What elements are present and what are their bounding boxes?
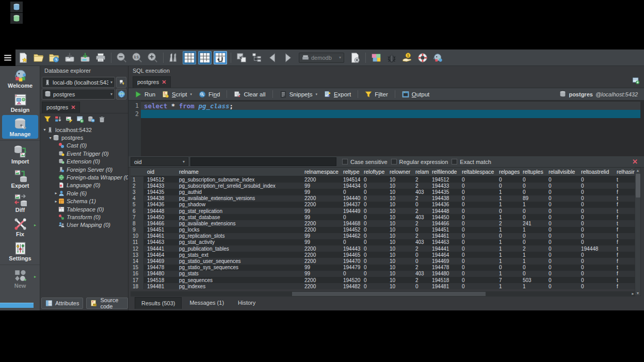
checkbox-box[interactable]	[342, 159, 348, 164]
cell-reltype[interactable]: 0	[340, 214, 361, 220]
cell-relnamespace[interactable]: 2200	[301, 220, 340, 226]
zoom-100-button[interactable]: 1:1	[131, 51, 144, 64]
cell-relam[interactable]: 2	[412, 265, 429, 271]
editor-line-1[interactable]: 1select * from pg_class;	[128, 102, 644, 110]
cell-relfilenode[interactable]: 194450	[429, 214, 459, 220]
cell-relfilenode[interactable]: 194448	[429, 208, 459, 214]
cell-relname[interactable]: pg_available_extension_versions	[176, 195, 301, 202]
tree-item-localhost-5432[interactable]: ▾localhost:5432	[40, 126, 128, 134]
cell-reltoastrelid[interactable]: 194448	[578, 245, 614, 252]
cell-relam[interactable]: 403	[412, 271, 429, 277]
cell-reltuples[interactable]: 1	[520, 227, 545, 233]
filter-column-select[interactable]: oid ▾	[131, 157, 188, 166]
cell-relpages[interactable]: 1	[496, 214, 520, 220]
cell-relhasin[interactable]: t	[614, 233, 635, 239]
grid-header-relfilenode[interactable]: relfilenode	[429, 168, 459, 176]
cell-reloftype[interactable]: 0	[361, 214, 387, 220]
scroll-down-icon[interactable]: ▼	[635, 291, 640, 295]
table-row[interactable]: 12194441pg_publication_tables22001944430…	[131, 245, 635, 252]
cell-reloftype[interactable]: 0	[361, 220, 387, 226]
tree-item-transform-0[interactable]: Transform (0)	[40, 213, 128, 221]
cell-relnamespace[interactable]: 99	[301, 183, 340, 189]
cell-relnamespace[interactable]: 2200	[301, 202, 340, 208]
grid-header-relallvisible[interactable]: relallvisible	[545, 168, 578, 176]
tree-item-tablespace-0[interactable]: Tablespace (0)	[40, 205, 128, 213]
cell-oid[interactable]: 194438	[144, 195, 176, 202]
cell-oid[interactable]: 194478	[144, 265, 176, 271]
cell-relam[interactable]: 2	[412, 176, 429, 183]
grid-header-relam[interactable]: relam	[412, 168, 429, 176]
cell-reltuples[interactable]: 0	[520, 239, 545, 245]
cell-reltype[interactable]: 194468	[340, 220, 361, 226]
cell-relpages[interactable]: 1	[496, 189, 520, 195]
table-row[interactable]: 6194448pg_stat_replication99194449010219…	[131, 208, 635, 214]
grid-header-relnamespace[interactable]: relnamespace	[301, 168, 340, 176]
table-row[interactable]: 4194438pg_available_extension_versions22…	[131, 195, 635, 202]
cell-relowner[interactable]: 10	[387, 183, 412, 189]
grid-header-reloftype[interactable]: reloftype	[361, 168, 387, 176]
cell-relowner[interactable]: 10	[387, 245, 412, 252]
compare-button[interactable]	[167, 51, 181, 64]
cell-reltuples[interactable]: 0	[520, 183, 545, 189]
cell-relnamespace[interactable]: 2200	[301, 227, 340, 233]
rail-item-new[interactable]: New▸	[2, 267, 38, 290]
save-button[interactable]	[63, 51, 76, 64]
donate-coin-button[interactable]: $	[400, 51, 414, 64]
cell-relnamespace[interactable]: 99	[301, 265, 340, 271]
cell-reltuples[interactable]: 0	[520, 208, 545, 214]
expander-open-icon[interactable]: ▾	[48, 136, 53, 140]
cell-relpages[interactable]: 1	[496, 258, 520, 264]
checkbox-regular-expression[interactable]: Regular expression	[391, 159, 448, 165]
cell-relfilenode[interactable]: 194466	[429, 220, 459, 226]
cell-relam[interactable]: 2	[412, 195, 429, 202]
cell-reltoastrelid[interactable]: 0	[578, 183, 614, 189]
edit-image-button[interactable]	[66, 116, 73, 123]
cell-relam[interactable]: 403	[412, 189, 429, 195]
cell-relam[interactable]: 2	[412, 220, 429, 226]
cell-oid[interactable]: 194450	[144, 214, 176, 220]
cell-relname[interactable]: pg_replication_slots	[176, 233, 301, 239]
open-recent-button[interactable]	[47, 51, 61, 64]
snippets-button[interactable]: Snippets▾	[280, 91, 317, 98]
table-row[interactable]: 8194466pg_available_extensions2200194468…	[131, 220, 635, 226]
cell-reltuples[interactable]: 2	[520, 245, 545, 252]
cell-relnamespace[interactable]: 2200	[301, 283, 340, 289]
cell-relallvisible[interactable]: 0	[545, 252, 578, 258]
cell-reltablespace[interactable]: 0	[459, 220, 496, 226]
cell-relowner[interactable]: 10	[387, 233, 412, 239]
cell-relnamespace[interactable]: 99	[301, 208, 340, 214]
sql-editor[interactable]: 1select * from pg_class;2	[128, 101, 644, 156]
cell-relhasin[interactable]: f	[614, 258, 635, 264]
cell-relhasin[interactable]: f	[614, 283, 635, 289]
cell-reltype[interactable]: 0	[340, 189, 361, 195]
filter-button[interactable]: Filter	[365, 91, 388, 98]
cell-relallvisible[interactable]: 0	[545, 208, 578, 214]
cell-reltype[interactable]: 194443	[340, 245, 361, 252]
cell-reloftype[interactable]: 0	[361, 176, 387, 183]
cell-relowner[interactable]: 10	[387, 195, 412, 202]
cell-relallvisible[interactable]: 0	[545, 258, 578, 264]
cell-reltype[interactable]: 194479	[340, 265, 361, 271]
open-folder-button[interactable]	[32, 51, 45, 64]
cell-relnamespace[interactable]: 2200	[301, 258, 340, 264]
cell-relam[interactable]: 2	[412, 245, 429, 252]
cell-relpages[interactable]: 1	[496, 239, 520, 245]
table-row[interactable]: 7194450pg_stat_database99001040319445001…	[131, 214, 635, 220]
table-row[interactable]: 16194480pg_stats99001040319448001000f	[131, 271, 635, 277]
grid-view-button[interactable]	[183, 51, 196, 64]
cell-reltoastrelid[interactable]: 0	[578, 258, 614, 264]
rail-item-export[interactable]: Export	[2, 167, 38, 190]
cell-oid[interactable]: 194448	[144, 208, 176, 214]
editor-line-2[interactable]: 2	[128, 110, 644, 118]
cell-relname[interactable]: pg_available_extensions	[176, 220, 301, 226]
tree-item-postgres[interactable]: ▾postgres	[40, 134, 128, 141]
rail-item-diff[interactable]: Diff	[2, 191, 38, 215]
cell-relallvisible[interactable]: 0	[545, 277, 578, 283]
cell-relnamespace[interactable]: 2200	[301, 245, 340, 252]
explorer-tab-postgres[interactable]: postgres ✕	[42, 102, 80, 113]
cell-relowner[interactable]: 10	[387, 239, 412, 245]
cell-relhasin[interactable]: t	[614, 176, 635, 183]
cell-reloftype[interactable]: 0	[361, 227, 387, 233]
expander-closed-icon[interactable]: ▸	[54, 199, 58, 204]
cell-reloftype[interactable]: 0	[361, 189, 387, 195]
